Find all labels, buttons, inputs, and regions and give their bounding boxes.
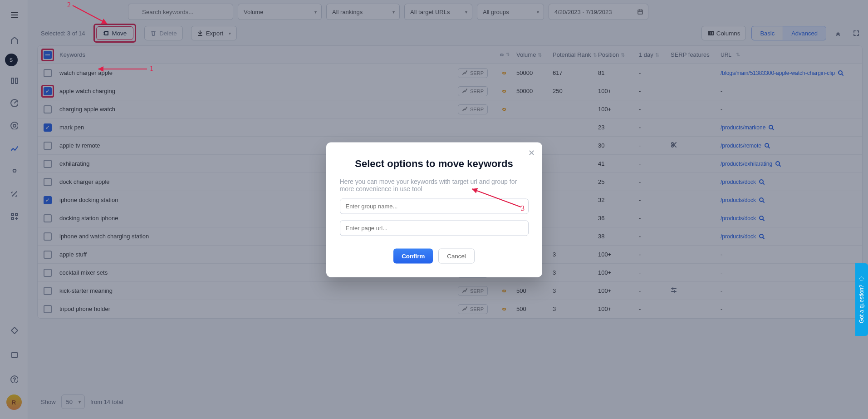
confirm-button[interactable]: Confirm <box>393 248 433 263</box>
annotation-2-arrow <box>71 4 116 27</box>
annotation-2: 2 <box>67 1 71 9</box>
cancel-button[interactable]: Cancel <box>438 248 475 263</box>
help-tab[interactable]: Got a question? ◌ <box>855 263 868 336</box>
annotation-1-arrow <box>94 64 149 74</box>
cancel-label: Cancel <box>447 252 466 259</box>
modal-close[interactable]: ✕ <box>528 148 535 158</box>
modal-title: Select options to move keywords <box>340 158 529 169</box>
help-label: Got a question? <box>858 285 865 324</box>
chat-icon: ◌ <box>858 276 865 282</box>
annotation-3-arrow <box>468 186 523 210</box>
svg-line-27 <box>472 189 521 207</box>
annotation-1: 1 <box>150 64 153 73</box>
confirm-label: Confirm <box>402 252 425 259</box>
page-url-input[interactable] <box>340 220 529 236</box>
svg-line-26 <box>73 5 107 24</box>
